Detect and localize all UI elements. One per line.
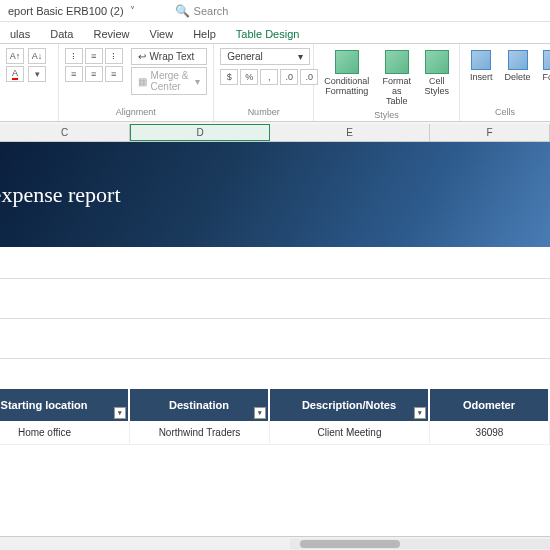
percent-button[interactable]: % — [240, 69, 258, 85]
horizontal-scrollbar[interactable] — [0, 536, 550, 550]
cells-group-label: Cells — [466, 107, 544, 117]
col-header-e[interactable]: E — [270, 124, 430, 141]
col-header-d[interactable]: D — [130, 124, 270, 141]
wrap-text-icon: ↩ — [138, 51, 146, 62]
table-row[interactable]: Home office Northwind Traders Client Mee… — [0, 421, 550, 445]
currency-button[interactable]: $ — [220, 69, 238, 85]
format-icon — [543, 50, 550, 70]
wrap-text-button[interactable]: ↩ Wrap Text — [131, 48, 208, 65]
align-left-button[interactable]: ≡ — [65, 66, 83, 82]
filter-dropdown-icon[interactable]: ▾ — [254, 407, 266, 419]
search-placeholder: Search — [194, 5, 229, 17]
form-row[interactable]: ltima — [0, 297, 550, 319]
tab-data[interactable]: Data — [40, 25, 83, 43]
format-button[interactable]: Form — [539, 48, 550, 84]
chevron-down-icon: ▾ — [298, 51, 303, 62]
tab-formulas[interactable]: ulas — [0, 25, 40, 43]
form-row[interactable]: 1 — [0, 337, 550, 359]
cell-dest[interactable]: Northwind Traders — [130, 421, 270, 445]
format-as-table-button[interactable]: Format as Table — [377, 48, 416, 108]
conditional-formatting-button[interactable]: Conditional Formatting — [320, 48, 373, 98]
merge-center-button[interactable]: ▦ Merge & Center ▾ — [131, 67, 208, 95]
insert-icon — [471, 50, 491, 70]
scroll-thumb[interactable] — [300, 540, 400, 548]
format-table-icon — [385, 50, 409, 74]
align-middle-button[interactable]: ≡ — [85, 48, 103, 64]
th-description[interactable]: Description/Notes ▾ — [270, 389, 430, 421]
comma-button[interactable]: , — [260, 69, 278, 85]
alignment-group-label: Alignment — [65, 107, 208, 117]
align-center-button[interactable]: ≡ — [85, 66, 103, 82]
font-dropdown-button[interactable]: ▾ — [28, 66, 46, 82]
font-decrease-button[interactable]: A↓ — [28, 48, 46, 64]
column-headers: C D E F — [0, 124, 550, 142]
merge-icon: ▦ — [138, 76, 147, 87]
search-icon: 🔍 — [175, 4, 190, 18]
chevron-down-icon[interactable]: ˅ — [130, 5, 135, 16]
align-right-button[interactable]: ≡ — [105, 66, 123, 82]
cell-odo[interactable]: 36098 — [430, 421, 550, 445]
align-bottom-button[interactable]: ⫶ — [105, 48, 123, 64]
search-box[interactable]: 🔍 Search — [175, 4, 229, 18]
chevron-down-icon: ▾ — [195, 76, 200, 87]
ribbon: A↑ A A↓ ▾ ⫶ ≡ ⫶ ≡ ≡ ≡ — [0, 44, 550, 122]
report-title-block: l expense report — [0, 142, 550, 247]
filter-dropdown-icon[interactable]: ▾ — [414, 407, 426, 419]
increase-decimal-button[interactable]: .0 — [280, 69, 298, 85]
col-header-c[interactable]: C — [0, 124, 130, 141]
font-color-button[interactable]: A — [6, 66, 24, 82]
styles-group-label: Styles — [320, 110, 453, 120]
tab-table-design[interactable]: Table Design — [226, 25, 310, 43]
cell-styles-button[interactable]: Cell Styles — [420, 48, 453, 98]
scroll-track[interactable] — [290, 539, 550, 549]
th-odometer[interactable]: Odometer — [430, 389, 550, 421]
ribbon-tabs: ulas Data Review View Help Table Design — [0, 22, 550, 44]
th-destination[interactable]: Destination ▾ — [130, 389, 270, 421]
cell-styles-icon — [425, 50, 449, 74]
insert-button[interactable]: Insert — [466, 48, 497, 84]
tab-view[interactable]: View — [140, 25, 184, 43]
tab-help[interactable]: Help — [183, 25, 226, 43]
delete-button[interactable]: Delete — [501, 48, 535, 84]
document-title: eport Basic ERB100 (2) — [8, 5, 124, 17]
table-header: Starting location ▾ Destination ▾ Descri… — [0, 389, 550, 421]
col-header-f[interactable]: F — [430, 124, 550, 141]
conditional-formatting-icon — [335, 50, 359, 74]
tab-review[interactable]: Review — [83, 25, 139, 43]
filter-dropdown-icon[interactable]: ▾ — [114, 407, 126, 419]
title-bar: eport Basic ERB100 (2) ˅ 🔍 Search — [0, 0, 550, 22]
number-format-select[interactable]: General ▾ — [220, 48, 310, 65]
cell-start[interactable]: Home office — [0, 421, 130, 445]
worksheet[interactable]: l expense report ker ltima 1 Starting lo… — [0, 142, 550, 445]
form-row[interactable]: ker — [0, 257, 550, 279]
form-area: ker ltima 1 — [0, 247, 550, 359]
number-group-label: Number — [220, 107, 307, 117]
delete-icon — [508, 50, 528, 70]
align-top-button[interactable]: ⫶ — [65, 48, 83, 64]
th-starting-location[interactable]: Starting location ▾ — [0, 389, 130, 421]
cell-desc[interactable]: Client Meeting — [270, 421, 430, 445]
font-increase-button[interactable]: A↑ — [6, 48, 24, 64]
report-title: l expense report — [0, 182, 121, 208]
